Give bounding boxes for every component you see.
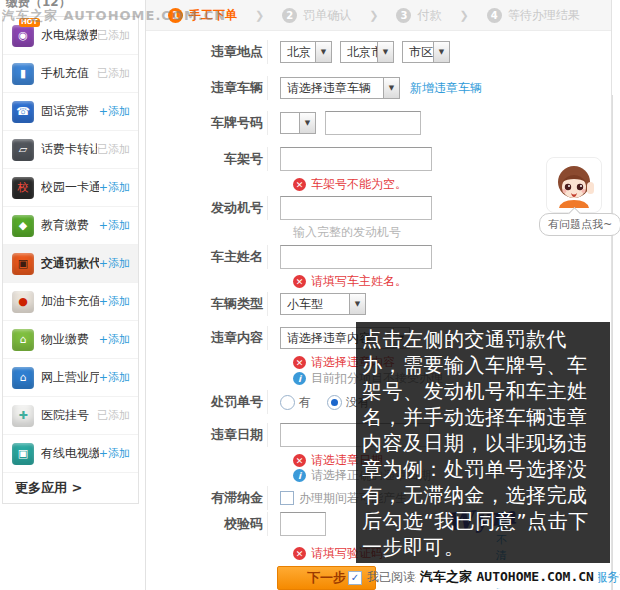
watermark-latin: AUTOHOME.COM.CN (477, 569, 594, 584)
province-select[interactable]: 北京▼ (280, 41, 332, 63)
service-label: 物业缴费 (41, 331, 99, 348)
step-label: 付款 (417, 7, 441, 24)
service-action-link[interactable]: +添加 (99, 256, 130, 271)
plate-prefix-select[interactable]: ▼ (280, 112, 316, 134)
field-label: 违章车辆 (193, 79, 263, 97)
online-hall-icon: ⌂ (12, 367, 34, 389)
service-label: 固话宽带 (41, 103, 99, 120)
sidebar-item-property-fee[interactable]: ⌂ 物业缴费 +添加 (3, 321, 138, 359)
utilities-icon: ◉ (12, 25, 34, 47)
service-label: 加油卡充值 (41, 293, 99, 310)
captcha-input[interactable] (280, 512, 326, 536)
scrollbar-track[interactable] (612, 95, 613, 590)
step-2: 2 罚单确认 (282, 7, 351, 24)
district-select[interactable]: 市区▼ (402, 41, 450, 63)
watermark-bottom: 汽车之家 AUTOHOME.COM.CN (416, 566, 598, 588)
chevron-down-icon: ▼ (349, 294, 365, 314)
car-type-select[interactable]: 小车型▼ (280, 293, 366, 315)
row-engine-number: 发动机号 (193, 196, 432, 220)
vehicle-select[interactable]: 请选择违章车辆▼ (280, 77, 400, 99)
plate-number-input[interactable] (325, 111, 421, 135)
error-icon: ✕ (293, 178, 306, 191)
error-icon: ✕ (293, 356, 306, 369)
ticket-yes-radio[interactable]: 有 (280, 394, 311, 411)
service-action-link[interactable]: +添加 (99, 370, 130, 385)
field-label: 发动机号 (193, 199, 263, 217)
select-value (281, 113, 299, 133)
service-action-link[interactable]: +添加 (99, 180, 130, 195)
more-apps-link[interactable]: 更多应用 > (3, 473, 138, 503)
service-label: 有线电视缴费 (41, 445, 99, 462)
radio-icon (280, 395, 295, 410)
sidebar-item-online-hall[interactable]: ⌂ 网上营业厅 +添加 (3, 359, 138, 397)
helper-girl-illustration (547, 158, 601, 212)
service-action-link: 已添加 (97, 142, 130, 157)
service-label: 教育缴费 (41, 217, 99, 234)
sidebar-item-campus-card[interactable]: 校 校园一卡通 +添加 (3, 169, 138, 207)
sidebar-item-mobile-recharge[interactable]: ▮ 手机充值 已添加 (3, 55, 138, 93)
agreement-checkbox[interactable]: ✓ (348, 571, 362, 585)
add-vehicle-link[interactable]: 新增违章车辆 (410, 80, 482, 97)
row-car-type: 车辆类型 小车型▼ (193, 292, 366, 316)
step-label: 等待办理结果 (508, 7, 580, 24)
sidebar-item-hospital[interactable]: ✚ 医院挂号 已添加 (3, 397, 138, 435)
instruction-overlay: 点击左侧的交通罚款代办，需要输入车牌号、车架号、发动机号和车主姓名，并手动选择车… (356, 322, 610, 563)
watermark-top: 汽车之家 AUTOHOME.COM.CN (2, 7, 226, 25)
service-action-link: 已添加 (97, 28, 130, 43)
sidebar-item-card-transfer[interactable]: ▱ 话费卡转让 已添加 (3, 131, 138, 169)
step-separator-icon: ❯ (255, 9, 264, 22)
step-number-badge: 3 (396, 8, 411, 23)
service-action-link[interactable]: +添加 (99, 294, 130, 309)
sidebar-item-cable-tv[interactable]: ▣ 有线电视缴费 +添加 (3, 435, 138, 473)
radio-checked-icon (327, 395, 342, 410)
row-violation-location: 违章地点 北京▼ 北京市▼ 市区▼ (193, 40, 450, 64)
field-label: 车主姓名 (193, 248, 263, 266)
city-select[interactable]: 北京市▼ (340, 41, 394, 63)
service-action-link[interactable]: +添加 (99, 446, 130, 461)
service-action-link[interactable]: +添加 (99, 332, 130, 347)
helper-avatar[interactable] (546, 157, 602, 213)
info-icon: i (293, 469, 306, 482)
service-action-link: 已添加 (97, 408, 130, 423)
error-icon: ✕ (293, 547, 306, 560)
select-value: 请选择违章车辆 (281, 78, 383, 98)
field-label: 有滞纳金 (193, 489, 263, 507)
sidebar-item-education[interactable]: ◆ 教育缴费 +添加 (3, 207, 138, 245)
education-icon: ◆ (12, 215, 34, 237)
select-value: 小车型 (281, 294, 349, 314)
chevron-down-icon: ▼ (383, 78, 399, 98)
checkbox-icon (280, 491, 294, 505)
field-label: 违章内容 (193, 329, 263, 347)
row-captcha: 校验码 Wym 看不清·换一张 (193, 512, 326, 536)
row-violation-vehicle: 违章车辆 请选择违章车辆▼ 新增违章车辆 (193, 76, 482, 100)
owner-name-error: ✕请填写车主姓名。 (293, 273, 407, 290)
field-label: 处罚单号 (193, 393, 263, 411)
step-number-badge: 4 (487, 8, 502, 23)
engine-number-input[interactable] (280, 196, 432, 220)
vin-input[interactable] (280, 147, 432, 171)
helper-bubble[interactable]: 有问题点我~ (539, 213, 620, 236)
service-action-link[interactable]: +添加 (99, 218, 130, 233)
field-label: 车辆类型 (193, 295, 263, 313)
select-value: 北京市 (341, 42, 377, 62)
engine-number-hint: 输入完整的发动机号 (293, 224, 401, 241)
step-3: 3 付款 (396, 7, 441, 24)
sidebar-item-traffic-fine[interactable]: ▣ 交通罚款代办 +添加 (3, 245, 138, 283)
service-action-link: 已添加 (97, 66, 130, 81)
card-transfer-icon: ▱ (12, 139, 34, 161)
chevron-down-icon: ▼ (433, 42, 449, 62)
sidebar-item-landline[interactable]: ☎ 固话宽带 +添加 (3, 93, 138, 131)
step-label: 罚单确认 (303, 7, 351, 24)
fuel-card-icon: ● (12, 291, 34, 313)
error-icon: ✕ (293, 454, 306, 467)
landline-icon: ☎ (12, 101, 34, 123)
chevron-down-icon: ▼ (315, 42, 331, 62)
property-fee-icon: ⌂ (12, 329, 34, 351)
vin-error: ✕车架号不能为空。 (293, 176, 407, 193)
owner-name-input[interactable] (280, 245, 432, 269)
field-label: 车架号 (193, 150, 263, 168)
service-action-link[interactable]: +添加 (99, 104, 130, 119)
traffic-fine-icon: ▣ (12, 253, 34, 275)
row-owner-name: 车主姓名 (193, 245, 432, 269)
sidebar-item-fuel-card[interactable]: ● 加油卡充值 +添加 (3, 283, 138, 321)
